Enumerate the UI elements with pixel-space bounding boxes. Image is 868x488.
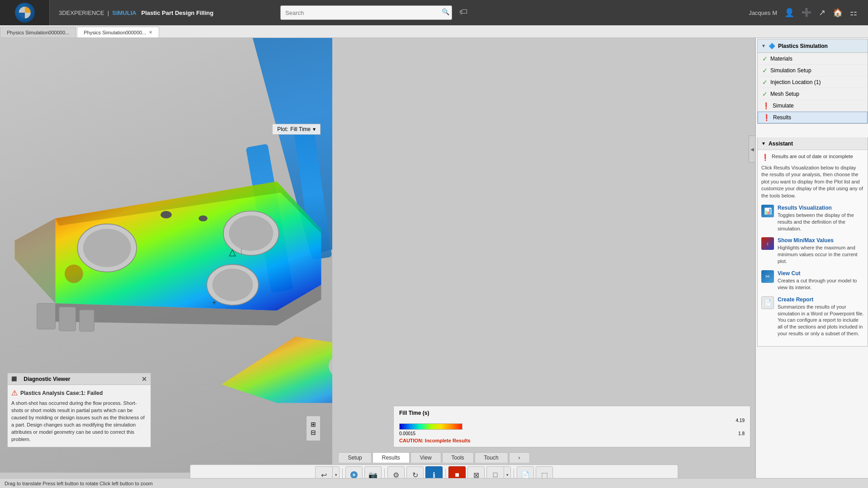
svg-rect-17 [80, 310, 94, 331]
tag-icon[interactable]: 🏷 [459, 7, 467, 17]
platform-label: 3DEXPERIENCE [59, 9, 104, 16]
sim-item-materials-label: Materials [770, 56, 793, 62]
svg-point-10 [229, 216, 273, 251]
svg-text:△: △ [228, 247, 236, 257]
diag-error-icon: ⚠ [11, 389, 18, 397]
add-icon[interactable]: ➕ [800, 6, 813, 19]
search-area[interactable]: 🔍 🏷 [280, 5, 452, 20]
sim-item-simulate[interactable]: ❗ Simulate [758, 100, 868, 112]
cs-max-label: 4.19 [736, 418, 745, 423]
report-icon: 📄 [761, 296, 774, 309]
status-text: Drag to translate Press left button to r… [5, 481, 153, 486]
diag-title: Diagnostic Viewer [24, 376, 70, 382]
app-title: 3DEXPERIENCE | SIMULIA Plastic Part Desi… [50, 9, 222, 16]
view-control[interactable]: ⊞ ⊟ [306, 416, 321, 441]
tool-minmax-desc: Highlights where the maximum and minimum… [778, 244, 864, 265]
topbar: 3DEXPERIENCE | SIMULIA Plastic Part Desi… [0, 0, 868, 25]
plot-dropdown-icon[interactable]: ▾ [313, 126, 316, 132]
search-input[interactable] [280, 5, 452, 20]
tool-report-text: Create Report Summarizes the results of … [778, 296, 864, 337]
diag-close-button[interactable]: ✕ [142, 375, 147, 383]
sim-item-mesh[interactable]: ✓ Mesh Setup [758, 88, 868, 100]
sim-panel-collapse-icon[interactable]: ▼ [761, 43, 766, 48]
user-avatar-icon[interactable]: 👤 [783, 6, 796, 19]
toolbar-tabs: Setup Results View Tools Touch › [208, 450, 660, 463]
tool-results-vis-title: Results Visualization [778, 205, 864, 211]
toolbar-tab-more[interactable]: › [509, 452, 530, 463]
apps-icon[interactable]: ⚏ [848, 6, 859, 19]
tool-minmax[interactable]: ↕ Show Min/Max Values Highlights where t… [761, 237, 864, 265]
assistant-collapse-icon[interactable]: ▼ [761, 141, 766, 146]
diagnostic-viewer: ⬛ Diagnostic Viewer ✕ ⚠ Plastics Analysi… [7, 373, 151, 447]
plot-prefix: Plot: [277, 126, 288, 132]
tab-2[interactable]: Physics Simulation000000... ✕ [77, 27, 159, 38]
svg-point-20 [65, 264, 83, 283]
assistant-title: Assistant [769, 141, 793, 147]
sim-item-injection[interactable]: ✓ Injection Location (1) [758, 76, 868, 88]
simulate-warn-icon: ❗ [762, 102, 770, 109]
sim-item-mesh-label: Mesh Setup [770, 91, 799, 97]
tool-results-vis[interactable]: 📊 Results Visualization Toggles between … [761, 205, 864, 232]
tool-report[interactable]: 📄 Create Report Summarizes the results o… [761, 296, 864, 337]
tool-results-vis-desc: Toggles between the display of the resul… [778, 212, 864, 232]
assistant-description: Click Results Visualization below to dis… [761, 164, 864, 199]
zoom-in-icon[interactable]: ⊞ [311, 421, 316, 428]
panel-expand-tab[interactable]: ◀ [749, 136, 755, 163]
assistant-body: ❗ Results are out of date or incomplete … [758, 150, 868, 346]
tab-2-label: Physics Simulation000000... [84, 30, 146, 35]
svg-point-26 [353, 474, 355, 476]
setup-check-icon: ✓ [762, 67, 768, 74]
svg-marker-22 [222, 337, 332, 403]
svg-text:+: + [212, 298, 217, 306]
sim-item-materials[interactable]: ✓ Materials [758, 53, 868, 65]
assistant-warning: ❗ Results are out of date or incomplete [761, 154, 864, 161]
sim-item-results-label: Results [773, 114, 791, 121]
tool-minmax-text: Show Min/Max Values Highlights where the… [778, 237, 864, 265]
diagnostic-description: A short-shot has occurred during the flo… [11, 400, 147, 443]
diagnostic-error-label: Plastics Analysis Case:1: Failed [20, 390, 103, 396]
colorscale-warning: CAUTION: Incomplete Results [399, 438, 745, 443]
plot-label: Plot: Fill Time ▾ [272, 124, 321, 135]
sim-item-simulate-label: Simulate [773, 103, 794, 109]
sim-item-injection-label: Injection Location (1) [770, 79, 821, 85]
tool-report-title: Create Report [778, 296, 864, 303]
svg-marker-4 [15, 218, 56, 303]
toolbar-tab-results[interactable]: Results [373, 452, 410, 463]
cs-mid-label: 1.8 [738, 431, 745, 436]
assistant-warning-text: Results are out of date or incomplete [772, 154, 853, 159]
tool-viewcut-text: View Cut Creates a cut through your mode… [778, 270, 864, 291]
minmax-icon: ↕ [761, 237, 774, 250]
zoom-out-icon[interactable]: ⊟ [311, 429, 316, 436]
assistant-header[interactable]: ▼ Assistant [758, 137, 868, 150]
toolbar-tab-setup[interactable]: Setup [338, 452, 371, 463]
toolbar-tab-view[interactable]: View [410, 452, 441, 463]
sim-item-setup[interactable]: ✓ Simulation Setup [758, 65, 868, 76]
svg-point-13 [160, 211, 172, 218]
sim-item-results[interactable]: ❗ Results [758, 112, 868, 123]
svg-rect-16 [59, 307, 76, 331]
results-vis-icon: 📊 [761, 205, 774, 217]
right-panel: ▼ 🔷 Plastics Simulation ✓ Materials ✓ Si… [755, 38, 868, 488]
assistant-warn-icon: ❗ [761, 154, 769, 161]
tab-2-close[interactable]: ✕ [149, 30, 152, 35]
share-icon[interactable]: ↗ [817, 6, 827, 19]
toolbar-tab-touch[interactable]: Touch [475, 452, 508, 463]
search-icon[interactable]: 🔍 [442, 8, 449, 15]
colorscale-bar [399, 423, 462, 430]
expand-tab-icon: ◀ [750, 147, 755, 152]
tool-viewcut[interactable]: ✂ View Cut Creates a cut through your mo… [761, 270, 864, 291]
svg-point-8 [83, 229, 131, 267]
logo-area [0, 0, 50, 25]
toolbar-tab-tools[interactable]: Tools [442, 452, 474, 463]
sim-panel: ▼ 🔷 Plastics Simulation ✓ Materials ✓ Si… [757, 39, 868, 124]
toolbar-more-icon: › [519, 455, 520, 461]
tool-minmax-title: Show Min/Max Values [778, 237, 864, 244]
tab-1[interactable]: Physics Simulation000000... [0, 27, 76, 38]
svg-point-12 [212, 268, 253, 301]
tool-report-desc: Summarizes the results of your simulatio… [778, 304, 864, 337]
plot-value: Fill Time [290, 126, 311, 132]
colorscale: Fill Time (s) 4.19 0.00015 1.8 CAUTION: … [393, 406, 750, 447]
tabs-bar: Physics Simulation000000... Physics Simu… [0, 25, 868, 38]
home-icon[interactable]: 🏠 [831, 6, 844, 19]
sim-panel-title: Plastics Simulation [778, 43, 828, 49]
